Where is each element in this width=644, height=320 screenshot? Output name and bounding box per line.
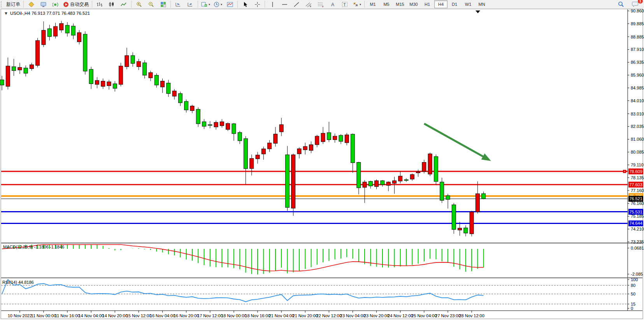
text-button[interactable]: A [327, 0, 339, 9]
candle-body [125, 56, 129, 67]
toolbar-separator [170, 1, 171, 8]
candle-body [184, 101, 188, 110]
new-order-button[interactable]: 新订单 [5, 0, 22, 9]
svg-text:78.609: 78.609 [629, 169, 642, 174]
terminal-button[interactable] [37, 0, 49, 9]
timeframe-button-m15[interactable]: M15 [393, 0, 407, 8]
zoom-in-button[interactable] [133, 0, 145, 9]
candle-body [220, 122, 224, 126]
svg-text:28 Nov 12:00: 28 Nov 12:00 [459, 313, 484, 318]
trend-arrow-head[interactable] [481, 153, 491, 161]
zoom-out-button[interactable] [145, 0, 157, 9]
trendline-icon [294, 2, 300, 7]
chart-shift-button[interactable] [184, 0, 196, 9]
cursor-icon [242, 2, 248, 7]
auto-trading-button[interactable]: 自动交易 [61, 0, 90, 9]
candle-body [458, 228, 462, 230]
candle-body [345, 135, 349, 143]
arrows-button[interactable]: ▾ [351, 0, 363, 9]
toolbar-separator [237, 1, 238, 8]
cursor-button[interactable] [239, 0, 251, 9]
candle-body [36, 40, 40, 65]
dropdown-caret-icon[interactable]: ▾ [209, 3, 210, 6]
candles-icon [109, 2, 115, 7]
svg-text:81.060: 81.060 [631, 137, 644, 142]
candle-body [470, 212, 474, 234]
svg-text:74.210: 74.210 [631, 227, 644, 231]
candle-body [113, 84, 117, 88]
timeframe-button-mn[interactable]: MN [475, 0, 488, 8]
svg-text:75.531: 75.531 [629, 210, 642, 214]
search-icon [618, 1, 624, 7]
dropdown-caret-icon[interactable]: ▾ [221, 3, 222, 6]
search-button[interactable] [615, 0, 627, 9]
svg-text:21 Nov 04:00: 21 Nov 04:00 [268, 313, 294, 318]
horizontal-line-button[interactable] [279, 0, 290, 9]
timeframe-button-m1[interactable]: M1 [366, 0, 379, 8]
tile-windows-button[interactable] [157, 0, 169, 9]
text-label-button[interactable]: T [339, 0, 351, 9]
candle-body [161, 81, 165, 87]
toolbar-grip[interactable] [1, 1, 4, 7]
indicator-icon [227, 2, 233, 7]
bar-chart-button[interactable] [94, 0, 105, 9]
trendline-button[interactable] [291, 0, 302, 9]
candle-body [0, 80, 4, 85]
line-chart-button[interactable] [118, 0, 130, 9]
channel-button[interactable]: E [303, 0, 314, 9]
svg-text:▼: ▼ [4, 11, 8, 16]
svg-text:83.010: 83.010 [631, 112, 644, 116]
fibo-icon: F [318, 2, 324, 7]
timeframe-button-m5[interactable]: M5 [380, 0, 393, 8]
candle-body [47, 29, 51, 37]
macd-panel: MACD(12,26,9) -1.1806 -1.18460.0681-2.08… [2, 245, 644, 276]
dropdown-caret-icon[interactable]: ▾ [360, 3, 361, 6]
timeframe-button-w1[interactable]: W1 [462, 0, 475, 8]
svg-text:87.910: 87.910 [631, 47, 644, 52]
candle-body [101, 81, 105, 86]
candle-body [446, 196, 450, 199]
crosshair-button[interactable] [251, 0, 263, 9]
barchart-icon [97, 2, 103, 7]
signals-button[interactable] [49, 0, 61, 9]
notification-badge: 1 [638, 0, 643, 3]
svg-text:A: A [331, 2, 334, 7]
candle-body [30, 65, 33, 69]
time-axis[interactable]: 10 Nov 202211 Nov 00:0011 Nov 16:0014 No… [8, 311, 484, 318]
candle-body [309, 145, 313, 150]
chart-shift-marker[interactable] [476, 10, 480, 13]
candle-body [196, 109, 200, 124]
candle-chart-button[interactable] [106, 0, 118, 9]
fibonacci-button[interactable]: F [315, 0, 326, 9]
svg-text:14 Nov 04:00: 14 Nov 04:00 [78, 313, 104, 318]
svg-text:F: F [322, 5, 324, 7]
vertical-line-button[interactable] [267, 0, 278, 9]
svg-text:84.010: 84.010 [631, 98, 644, 103]
timeframe-button-h4[interactable]: H4 [434, 0, 447, 8]
price-axis[interactable]: 90.86089.88588.88587.91086.93585.96084.9… [628, 9, 644, 244]
svg-text:76.160: 76.160 [631, 201, 644, 206]
chat-button[interactable]: 1 [629, 0, 641, 9]
timeframe-button-d1[interactable]: D1 [448, 0, 461, 8]
candle-body [434, 157, 438, 182]
tiles-icon [160, 2, 166, 7]
new-chart-button[interactable]: ▾ [200, 0, 212, 9]
svg-text:11 Nov 16:00: 11 Nov 16:00 [55, 313, 80, 318]
trend-arrow[interactable] [424, 124, 486, 158]
chart-canvas[interactable]: 90.86089.88588.88587.91086.93585.96084.9… [0, 9, 644, 320]
indicators-button[interactable] [224, 0, 236, 9]
horizontal-lines[interactable]: 78.60977.60376.72576.52175.53174.644 [1, 168, 643, 226]
svg-text:23 Nov 20:00: 23 Nov 20:00 [364, 313, 389, 318]
timeframe-button-m30[interactable]: M30 [407, 0, 420, 8]
candle-body [416, 172, 420, 173]
period-button[interactable]: ▾ [212, 0, 224, 9]
timeframe-button-h1[interactable]: H1 [421, 0, 434, 8]
candle-body [381, 181, 384, 185]
candle-body [386, 182, 390, 185]
zoomin-icon [136, 2, 142, 7]
svg-text:14 Nov 20:00: 14 Nov 20:00 [102, 313, 128, 318]
candle-body [77, 33, 81, 42]
auto-scroll-button[interactable] [172, 0, 184, 9]
history-center-button[interactable] [25, 0, 37, 9]
rsi-line [2, 280, 484, 302]
